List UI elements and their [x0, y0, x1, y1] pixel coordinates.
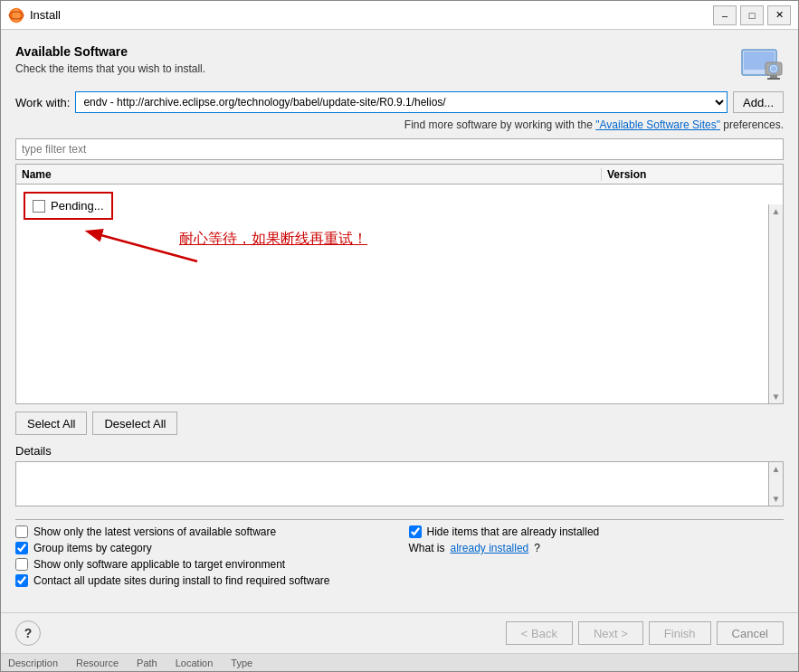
- contact-sites-checkbox[interactable]: [15, 574, 28, 587]
- annotation-text: 耐心等待，如果断线再重试！: [179, 230, 367, 249]
- show-applicable-row: Show only software applicable to target …: [15, 558, 391, 571]
- taskbar-location: Location: [176, 658, 214, 668]
- details-scrollbar[interactable]: ▲ ▼: [768, 462, 783, 506]
- svg-point-7: [771, 66, 776, 71]
- pending-checkbox[interactable]: [33, 200, 45, 213]
- taskbar-hint: Description Resource Path Location Type: [1, 653, 798, 671]
- list-scrollbar[interactable]: ▲ ▼: [768, 204, 783, 403]
- group-by-category-checkbox[interactable]: [15, 542, 28, 554]
- contact-sites-label: Contact all update sites during install …: [33, 574, 330, 587]
- header-subtitle: Check the items that you wish to install…: [15, 62, 740, 75]
- dialog-header: Available Software Check the items that …: [15, 44, 784, 80]
- header-text-area: Available Software Check the items that …: [15, 44, 740, 75]
- close-button[interactable]: ✕: [767, 5, 791, 25]
- checkboxes-section: Show only the latest versions of availab…: [15, 525, 784, 587]
- pending-item: Pending...: [24, 192, 113, 220]
- divider: [15, 519, 784, 520]
- contact-sites-row: Contact all update sites during install …: [15, 574, 391, 587]
- work-with-select[interactable]: endv - http://archive.eclipse.org/techno…: [75, 91, 728, 113]
- show-latest-label: Show only the latest versions of availab…: [33, 525, 276, 538]
- add-button[interactable]: Add...: [733, 91, 784, 113]
- finish-button[interactable]: Finish: [649, 621, 711, 645]
- dialog-body: Available Software Check the items that …: [1, 30, 798, 612]
- main-window: Install – □ ✕ Available Software Check t…: [0, 0, 799, 672]
- hide-installed-checkbox[interactable]: [409, 525, 422, 538]
- window-icon: [8, 7, 24, 24]
- title-bar-controls: – □ ✕: [713, 5, 791, 25]
- details-box: ▲ ▼: [15, 461, 784, 506]
- deselect-all-button[interactable]: Deselect All: [92, 412, 177, 435]
- minimize-button[interactable]: –: [713, 5, 737, 25]
- svg-line-10: [98, 234, 197, 261]
- title-bar: Install – □ ✕: [1, 1, 798, 30]
- details-label: Details: [15, 444, 784, 458]
- taskbar-path: Path: [137, 658, 157, 668]
- header-icon: [740, 44, 784, 80]
- taskbar-type: Type: [231, 658, 252, 668]
- work-with-label: Work with:: [15, 96, 70, 109]
- available-software-sites-link[interactable]: "Available Software Sites": [595, 118, 720, 131]
- list-body: Pending... 耐心等待，如果断线再重试！: [16, 185, 783, 403]
- details-section: Details ▲ ▼: [15, 444, 784, 506]
- header-title: Available Software: [15, 44, 740, 59]
- what-is-installed-row: What is already installed ?: [409, 542, 785, 554]
- what-is-installed-suffix: ?: [534, 542, 540, 554]
- arrow-svg: [71, 212, 252, 284]
- help-button[interactable]: ?: [15, 620, 41, 646]
- find-more-prefix: Find more software by working with the: [404, 118, 595, 131]
- svg-rect-9: [767, 78, 780, 80]
- work-with-row: Work with: endv - http://archive.eclipse…: [15, 91, 784, 113]
- show-latest-checkbox[interactable]: [15, 525, 28, 538]
- show-latest-row: Show only the latest versions of availab…: [15, 525, 391, 538]
- group-by-category-label: Group items by category: [33, 542, 152, 554]
- taskbar-resource: Resource: [76, 658, 119, 668]
- what-is-installed-prefix: What is: [409, 542, 445, 554]
- select-all-button[interactable]: Select All: [15, 412, 87, 435]
- show-applicable-label: Show only software applicable to target …: [33, 558, 285, 571]
- software-list-area: Name Version Pending...: [15, 164, 784, 404]
- list-header: Name Version: [16, 165, 783, 185]
- taskbar-description: Description: [8, 658, 58, 668]
- find-more-row: Find more software by working with the "…: [15, 118, 784, 131]
- maximize-button[interactable]: □: [740, 5, 764, 25]
- show-applicable-checkbox[interactable]: [15, 558, 28, 571]
- pending-label: Pending...: [51, 199, 104, 213]
- filter-row: [15, 138, 784, 160]
- cancel-button[interactable]: Cancel: [717, 621, 784, 645]
- svg-rect-8: [770, 75, 777, 78]
- find-more-suffix: preferences.: [723, 118, 784, 131]
- filter-input[interactable]: [15, 138, 784, 160]
- column-version: Version: [602, 168, 783, 181]
- hide-installed-label: Hide items that are already installed: [427, 525, 600, 538]
- group-by-category-row: Group items by category: [15, 542, 391, 554]
- svg-point-1: [12, 8, 21, 23]
- next-button[interactable]: Next >: [578, 621, 643, 645]
- column-name: Name: [16, 168, 602, 181]
- already-installed-link[interactable]: already installed: [451, 542, 529, 554]
- select-button-row: Select All Deselect All: [15, 412, 784, 435]
- hide-installed-row: Hide items that are already installed: [409, 525, 785, 538]
- bottom-nav: ? < Back Next > Finish Cancel: [1, 612, 798, 653]
- annotation-area: 耐心等待，如果断线再重试！: [71, 212, 252, 287]
- back-button[interactable]: < Back: [506, 621, 573, 645]
- window-title: Install: [30, 8, 713, 22]
